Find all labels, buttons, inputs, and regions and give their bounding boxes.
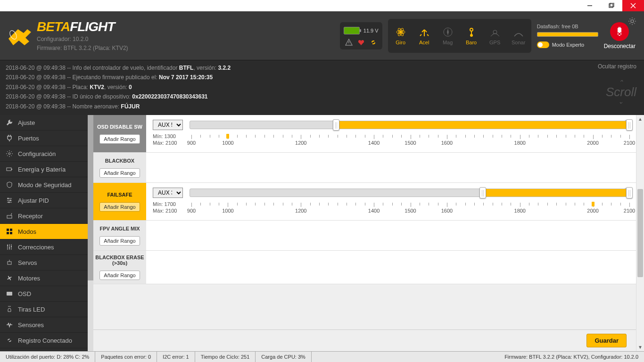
sensor-gps[interactable]: GPS [484,21,506,51]
add-range-button[interactable]: Añadir Rango [99,236,140,246]
mode-row-osd-disable-sw: OSD DISABLE SWAñadir Rango×AUX 1AUX 2AUX… [93,115,636,153]
disconnect-label: Desconectar [604,43,636,49]
add-range-button[interactable]: Añadir Rango [99,202,140,212]
mode-name: BLACKBOX ERASE (>30s) [95,255,144,266]
sliders-icon [6,197,13,204]
scroll-up-icon[interactable]: ▲ [636,115,644,123]
sidebar-scrollbar[interactable] [88,115,93,351]
maximize-button[interactable] [601,0,622,11]
svg-rect-37 [10,229,12,231]
sidebar-item-registro-conectado[interactable]: Registro Conectado [0,333,88,348]
slider-handle-min[interactable] [333,119,339,131]
sidebar-item-label: Sensores [18,321,44,329]
log-line: 2018-06-20 @ 09:49:38 -- Info del contro… [6,63,638,73]
gear-icon [6,150,13,157]
mode-row-failsafe: FAILSAFEAñadir Rango×AUX 1AUX 2AUX 3AUX … [93,183,636,221]
osd-icon [6,290,13,297]
configurator-version: Configurador: 10.2.0 [37,35,128,43]
sensor-label: GPS [489,40,500,45]
sidebar-item-label: Modo de Seguridad [18,181,71,189]
status-cycle: Tiempo de Ciclo: 251 [195,352,256,362]
svg-rect-39 [10,232,12,234]
sensor-sonar[interactable]: Sonar [508,21,529,51]
dataflash-bar[interactable] [537,32,598,37]
adjust-icon [6,243,13,251]
toggle-icon [537,41,549,48]
sidebar-item-energ-a-y-bater-a[interactable]: Energía y Batería [0,162,88,177]
log-line: 2018-06-20 @ 09:49:38 -- Nombre aeronave… [6,102,638,111]
hide-log-button[interactable]: Ocultar registro [598,63,636,70]
mode-body [146,153,636,182]
sidebar-item-modo-de-seguridad[interactable]: Modo de Seguridad [0,177,88,193]
save-button[interactable]: Guardar [586,334,627,347]
sensor-label: Sonar [512,40,525,45]
sidebar-item-modos[interactable]: Modos [0,224,88,239]
acel-icon [419,26,430,38]
sensor-giro[interactable]: Giro [390,21,412,51]
sidebar-item-receptor[interactable]: Receptor [0,208,88,224]
slider-ticks: 90010001200140015001600180020002100 [191,135,629,149]
sidebar-item-motores[interactable]: Motores [0,271,88,286]
scroll-down-icon[interactable]: ▼ [636,343,644,351]
app-header: BETAFLIGHT Configurador: 10.2.0 Firmware… [0,11,644,60]
warning-icon [345,38,353,47]
svg-rect-45 [11,246,12,247]
sensor-baro[interactable]: Baro [461,21,482,51]
sensor-acel[interactable]: Acel [413,21,435,51]
battery-block: 11.9 V [340,22,382,49]
add-range-button[interactable]: Añadir Rango [99,134,140,144]
channel-marker [226,134,229,139]
sidebar-item-puertos[interactable]: Puertos [0,131,88,146]
svg-rect-26 [7,168,11,171]
slider-handle-max[interactable] [626,187,633,198]
health-icon [357,38,365,47]
range-slider[interactable] [190,189,629,197]
aux-select[interactable]: AUX 1AUX 2AUX 3AUX 4AUX 5AUX 6 [153,120,183,130]
svg-rect-20 [620,27,621,28]
baro-icon [466,26,477,38]
sidebar-item-configuraci-n[interactable]: Configuración [0,146,88,162]
mode-body [146,221,636,250]
sidebar-item-sensores[interactable]: Sensores [0,317,88,333]
add-range-button[interactable]: Añadir Rango [99,271,140,280]
slider-handle-min[interactable] [479,187,486,198]
minimize-button[interactable] [579,0,601,11]
battery-icon [6,165,13,173]
sidebar-item-label: Ajuste [18,119,35,126]
sidebar-item-osd[interactable]: OSD [0,286,88,302]
save-bar: Guardar [93,329,636,351]
link-icon [6,337,13,344]
sidebar-item-servos[interactable]: Servos [0,255,88,271]
slider-handle-max[interactable] [626,119,633,131]
svg-point-33 [8,202,10,203]
mode-header: FPV ANGLE MIXAñadir Rango [93,221,146,250]
sensor-block: GiroAcelMagBaroGPSSonar [388,19,531,53]
content-scrollbar[interactable]: ▲ ▼ [636,115,644,351]
sidebar: AjustePuertosConfiguraciónEnergía y Bate… [0,115,88,351]
sidebar-item-ajuste[interactable]: Ajuste [0,115,88,131]
battery-icon [344,27,360,34]
bee-icon [5,25,34,47]
svg-rect-2 [610,3,614,7]
dataflash-label: Dataflash: free 0B [537,24,598,29]
aux-select[interactable]: AUX 1AUX 2AUX 3AUX 4AUX 5AUX 6 [153,188,183,198]
usb-disconnect-icon [610,22,629,41]
statusbar: Utilización del puerto: D: 28% C: 2% Paq… [0,351,644,362]
sensor-mag[interactable]: Mag [437,21,459,51]
status-cpu: Carga de CPU: 3% [256,352,312,362]
dataflash-block: Dataflash: free 0B Modo Experto [537,24,598,48]
sidebar-item-tiras-led[interactable]: Tiras LED [0,302,88,317]
expert-mode-toggle[interactable]: Modo Experto [537,41,598,48]
mode-name: FPV ANGLE MIX [99,226,140,231]
range-slider[interactable] [190,121,629,129]
sidebar-item-correcciones[interactable]: Correcciones [0,239,88,255]
close-button[interactable] [622,0,644,11]
svg-point-32 [10,200,11,201]
mode-body: ×AUX 1AUX 2AUX 3AUX 4AUX 5AUX 6Mín: 1300… [146,115,636,152]
add-range-button[interactable]: Añadir Rango [99,168,140,178]
mode-name: OSD DISABLE SW [97,124,142,130]
content: OSD DISABLE SWAñadir Rango×AUX 1AUX 2AUX… [93,115,636,351]
sidebar-item-ajustar-pid[interactable]: Ajustar PID [0,193,88,208]
settings-gear-icon[interactable] [628,17,636,27]
mode-header: BLACKBOX ERASE (>30s)Añadir Rango [93,251,146,284]
